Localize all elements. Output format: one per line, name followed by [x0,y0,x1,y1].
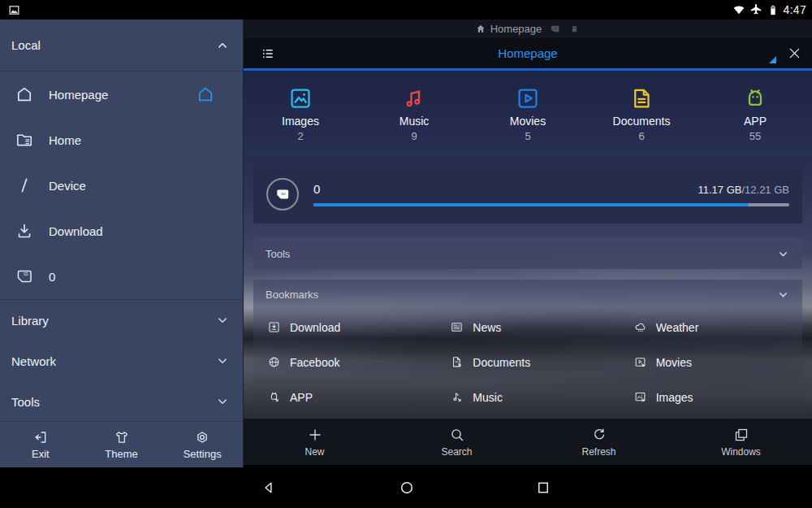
resize-corner-icon [769,56,776,63]
windows-button[interactable]: Windows [670,419,812,465]
new-button[interactable]: New [244,419,386,465]
sidebar-group-label: Tools [11,395,40,409]
bookmark-facebook[interactable]: Facebook [253,345,436,380]
bookmark-images[interactable]: Images [620,380,802,415]
music-shortcut-icon [450,390,464,404]
settings-button[interactable]: Settings [162,422,243,467]
category-movies[interactable]: Movies 5 [471,86,585,142]
weather-cloud-icon [633,320,647,334]
bookmarks-grid: Download News Weather Facebook [253,310,802,415]
category-label: APP [744,115,767,128]
view-list-button[interactable] [253,38,283,68]
sidebar-group-label: Library [11,314,49,328]
close-window-button[interactable] [787,46,802,61]
bookmarks-label: Bookmarks [266,289,318,301]
list-view-icon [260,46,276,62]
bookmark-music[interactable]: Music [436,380,619,415]
window-tab-row: Homepage [244,20,812,38]
category-count: 55 [749,130,761,142]
chevron-down-icon [776,288,790,302]
sidebar-footer: Exit Theme Settings [0,421,243,467]
android-nav-bar [0,467,812,508]
category-images[interactable]: Images 2 [244,86,357,142]
category-label: Movies [510,115,546,128]
bookmark-label: APP [290,391,313,404]
bookmark-label: Music [473,391,503,404]
sidebar: Local Homepage Home Device [0,20,244,467]
recents-square-icon[interactable] [536,480,551,496]
chevron-down-icon [776,247,790,261]
category-count: 9 [411,130,417,142]
download-icon [15,221,34,241]
exit-icon [32,429,49,445]
bookmark-documents[interactable]: Documents [436,345,619,380]
tools-header[interactable]: Tools [253,238,802,269]
sidebar-item-label: Download [49,224,103,238]
storage-card-sdcard-0[interactable]: 0 11.17 GB/12.21 GB [253,165,802,224]
sidebar-item-label: 0 [49,270,55,284]
chevron-down-icon [215,354,230,368]
bookmark-download[interactable]: Download [253,310,436,345]
battery-icon [767,3,780,17]
sdcard-circle-icon [266,178,299,211]
status-bar: 4:47 [0,0,812,20]
screen: 4:47 Local Homepage Home [0,0,812,508]
status-time: 4:47 [784,3,806,16]
sidebar-item-home[interactable]: Home [0,117,243,163]
refresh-button[interactable]: Refresh [528,419,670,465]
bottom-toolbar: New Search Refresh Windows [244,419,812,465]
airplane-mode-icon [749,3,762,16]
storage-name: 0 [313,182,320,196]
bookmark-label: Download [290,321,340,334]
theme-button[interactable]: Theme [81,422,162,467]
storage-size: 11.17 GB/12.21 GB [698,184,789,196]
sidebar-item-label: Homepage [49,88,108,102]
category-documents[interactable]: Documents 6 [585,86,698,142]
page-title[interactable]: Homepage [244,46,812,60]
android-window-icon[interactable] [568,23,581,35]
globe-icon [267,355,281,369]
sidebar-item-device[interactable]: Device [0,163,243,208]
category-label: Images [282,115,319,128]
homepage-content: Images 2 Music 9 Movies 5 [244,71,812,419]
download-box-icon [267,320,281,334]
bookmarks-panel: Bookmarks Download News [253,280,802,419]
bookmark-weather[interactable]: Weather [620,310,802,345]
sidebar-section-local[interactable]: Local [0,20,243,72]
home-circle-icon[interactable] [399,480,415,496]
document-shortcut-icon [450,355,464,369]
search-icon [449,427,465,443]
category-music[interactable]: Music 9 [357,86,471,142]
folder-icon [15,130,34,150]
news-icon [450,320,464,334]
sidebar-item-sdcard-0[interactable]: 0 [0,254,243,299]
category-count: 6 [638,130,644,142]
bookmark-label: News [473,321,501,334]
sidebar-group-library[interactable]: Library [0,300,243,341]
back-triangle-icon[interactable] [261,480,277,496]
bookmark-movies[interactable]: Movies [620,345,802,380]
movies-icon [516,86,540,111]
active-home-icon [196,85,215,104]
sidebar-group-tools[interactable]: Tools [0,381,243,422]
new-label: New [304,446,324,458]
bookmarks-header[interactable]: Bookmarks [253,280,802,310]
bookmark-app[interactable]: APP [253,380,436,415]
tools-label: Tools [266,248,290,260]
sidebar-item-homepage[interactable]: Homepage [0,72,243,117]
exit-label: Exit [32,448,50,460]
search-button[interactable]: Search [386,419,528,465]
gear-icon [194,429,210,445]
exit-button[interactable]: Exit [0,422,81,467]
tab-homepage[interactable]: Homepage [475,23,542,35]
bookmark-news[interactable]: News [436,310,619,345]
sdcard-window-icon[interactable] [549,23,561,35]
search-label: Search [441,446,472,458]
windows-icon [733,427,749,443]
sidebar-item-download[interactable]: Download [0,208,243,254]
sidebar-group-network[interactable]: Network [0,341,243,381]
category-label: Music [400,115,430,128]
category-app[interactable]: APP 55 [698,86,812,142]
home-icon [475,24,486,35]
music-icon [402,86,426,111]
